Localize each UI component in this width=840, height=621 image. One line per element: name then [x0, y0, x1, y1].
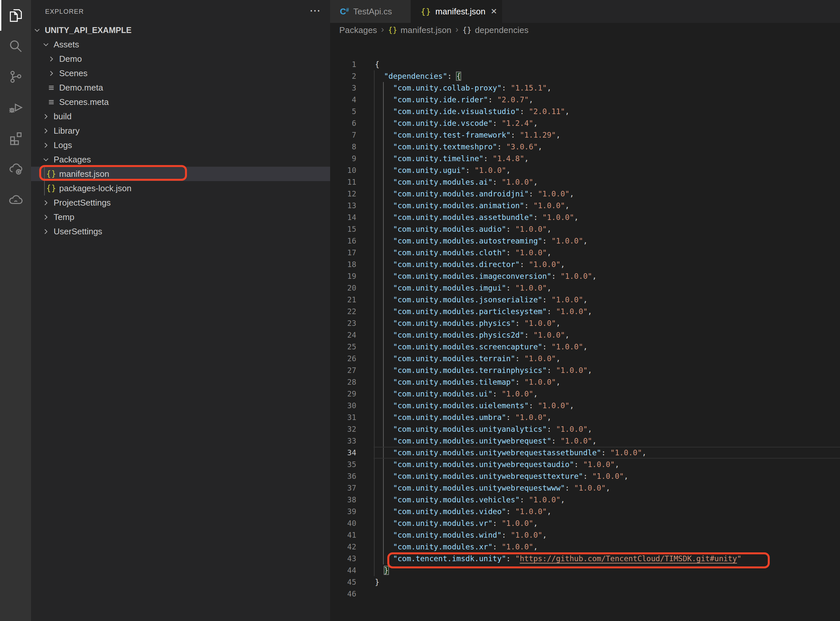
tree-item-packages[interactable]: Packages [31, 152, 330, 167]
tree-item-scenes-meta[interactable]: Scenes.meta [31, 95, 330, 109]
code-line-17[interactable]: 17 "com.unity.modules.cloth": "1.0.0", [330, 247, 840, 259]
code-line-24[interactable]: 24 "com.unity.modules.physics2d": "1.0.0… [330, 329, 840, 341]
source-control-icon[interactable] [0, 61, 31, 92]
code-line-3[interactable]: 3 "com.unity.collab-proxy": "1.15.1", [330, 82, 840, 94]
cloud-sync-icon[interactable] [0, 154, 31, 184]
line-number: 28 [330, 376, 356, 388]
line-number: 3 [330, 82, 356, 94]
code-line-38[interactable]: 38 "com.unity.modules.vehicles": "1.0.0"… [330, 494, 840, 506]
line-number: 45 [330, 576, 356, 588]
tree-item-usersettings[interactable]: UserSettings [31, 224, 330, 239]
code-line-26[interactable]: 26 "com.unity.modules.terrain": "1.0.0", [330, 353, 840, 364]
code-line-4[interactable]: 4 "com.unity.ide.rider": "2.0.7", [330, 94, 840, 106]
code-line-13[interactable]: 13 "com.unity.modules.animation": "1.0.0… [330, 200, 840, 212]
code-line-23[interactable]: 23 "com.unity.modules.physics": "1.0.0", [330, 317, 840, 329]
line-number: 39 [330, 506, 356, 517]
code-line-41[interactable]: 41 "com.unity.modules.wind": "1.0.0", [330, 529, 840, 541]
activity-bar [0, 0, 31, 621]
tree-item-temp[interactable]: Temp [31, 210, 330, 224]
annotation-box-line-43 [387, 552, 770, 568]
tree-item-label: Scenes [59, 68, 88, 79]
breadcrumb-item-manifest-json[interactable]: {}manifest.json [388, 25, 451, 35]
code-line-22[interactable]: 22 "com.unity.modules.particlesystem": "… [330, 306, 840, 317]
tree-item-library[interactable]: Library [31, 124, 330, 138]
vscode-window: EXPLORER ⋯ UNITY_API_EXAMPLEAssetsDemoSc… [0, 0, 840, 621]
code-line-5[interactable]: 5 "com.unity.ide.visualstudio": "2.0.11"… [330, 106, 840, 117]
code-line-10[interactable]: 10 "com.unity.ugui": "1.0.0", [330, 164, 840, 176]
tab-testapi-cs[interactable]: C#TestApi.cs [330, 0, 411, 23]
run-and-debug-icon[interactable] [0, 92, 31, 123]
code-line-37[interactable]: 37 "com.unity.modules.unitywebrequestwww… [330, 482, 840, 494]
tree-item-demo[interactable]: Demo [31, 51, 330, 66]
chevron-right-icon [41, 198, 51, 208]
code-line-33[interactable]: 33 "com.unity.modules.unitywebrequest": … [330, 435, 840, 447]
code-line-45[interactable]: 45} [330, 576, 840, 588]
code-line-29[interactable]: 29 "com.unity.modules.ui": "1.0.0", [330, 388, 840, 400]
code-line-11[interactable]: 11 "com.unity.modules.ai": "1.0.0", [330, 176, 840, 188]
tree-item-scenes[interactable]: Scenes [31, 66, 330, 80]
code-line-25[interactable]: 25 "com.unity.modules.screencapture": "1… [330, 341, 840, 353]
code-line-9[interactable]: 9 "com.unity.timeline": "1.4.8", [330, 153, 840, 164]
code-line-20[interactable]: 20 "com.unity.modules.imgui": "1.0.0", [330, 282, 840, 294]
code-line-18[interactable]: 18 "com.unity.modules.director": "1.0.0"… [330, 259, 840, 270]
more-actions-icon[interactable]: ⋯ [310, 5, 321, 16]
chevron-right-icon [46, 68, 56, 78]
tree-item-unity-api-example[interactable]: UNITY_API_EXAMPLE [31, 23, 330, 37]
code-line-2[interactable]: 2 "dependencies": { [330, 70, 840, 82]
code-line-21[interactable]: 21 "com.unity.modules.jsonserialize": "1… [330, 294, 840, 306]
line-number: 1 [330, 59, 356, 70]
code-line-28[interactable]: 28 "com.unity.modules.tilemap": "1.0.0", [330, 376, 840, 388]
breadcrumb-item-dependencies[interactable]: {}dependencies [463, 25, 528, 35]
code-line-34[interactable]: 34 "com.unity.modules.unitywebrequestass… [330, 447, 840, 459]
code-line-39[interactable]: 39 "com.unity.modules.video": "1.0.0", [330, 506, 840, 517]
code-line-40[interactable]: 40 "com.unity.modules.vr": "1.0.0", [330, 517, 840, 529]
explorer-icon[interactable] [0, 0, 31, 31]
breadcrumb-label: Packages [339, 25, 377, 35]
tree-item-label: Packages [54, 154, 91, 165]
code-line-12[interactable]: 12 "com.unity.modules.androidjni": "1.0.… [330, 188, 840, 200]
code-line-36[interactable]: 36 "com.unity.modules.unitywebrequesttex… [330, 470, 840, 482]
tree-item-build[interactable]: build [31, 109, 330, 124]
code-line-8[interactable]: 8 "com.unity.textmeshpro": "3.0.6", [330, 141, 840, 153]
tree-item-demo-meta[interactable]: Demo.meta [31, 80, 330, 95]
tree-item-label: Library [54, 126, 79, 136]
code-line-15[interactable]: 15 "com.unity.modules.audio": "1.0.0", [330, 223, 840, 235]
tree-item-logs[interactable]: Logs [31, 138, 330, 152]
code-line-30[interactable]: 30 "com.unity.modules.uielements": "1.0.… [330, 400, 840, 412]
code-line-42[interactable]: 42 "com.unity.modules.xr": "1.0.0", [330, 541, 840, 553]
tab-label: TestApi.cs [353, 6, 392, 17]
line-number: 6 [330, 117, 356, 129]
code-line-7[interactable]: 7 "com.unity.test-framework": "1.1.29", [330, 129, 840, 141]
code-line-16[interactable]: 16 "com.unity.modules.autostreaming": "1… [330, 235, 840, 247]
close-icon[interactable]: ✕ [490, 7, 497, 16]
code-editor[interactable]: 1{2 "dependencies": {3 "com.unity.collab… [330, 37, 840, 621]
tree-item-packages-lock-json[interactable]: {}packages-lock.json [31, 181, 330, 195]
line-number: 37 [330, 482, 356, 494]
line-number: 20 [330, 282, 356, 294]
line-number: 36 [330, 470, 356, 482]
tree-item-label: UserSettings [54, 227, 102, 236]
code-line-35[interactable]: 35 "com.unity.modules.unitywebrequestaud… [330, 459, 840, 470]
tree-item-assets[interactable]: Assets [31, 37, 330, 51]
code-line-6[interactable]: 6 "com.unity.ide.vscode": "1.2.4", [330, 117, 840, 129]
code-line-46[interactable]: 46 [330, 588, 840, 600]
line-number: 27 [330, 364, 356, 376]
code-line-1[interactable]: 1{ [330, 59, 840, 70]
code-line-32[interactable]: 32 "com.unity.modules.unityanalytics": "… [330, 423, 840, 435]
code-line-27[interactable]: 27 "com.unity.modules.terrainphysics": "… [330, 364, 840, 376]
tree-item-projectsettings[interactable]: ProjectSettings [31, 195, 330, 210]
line-number: 12 [330, 188, 356, 200]
line-number: 7 [330, 129, 356, 141]
line-number: 8 [330, 141, 356, 153]
line-number: 46 [330, 588, 356, 600]
line-number: 34 [330, 447, 356, 459]
code-line-14[interactable]: 14 "com.unity.modules.assetbundle": "1.0… [330, 212, 840, 223]
tab-manifest-json[interactable]: {}manifest.json✕ [411, 0, 502, 23]
json-file-icon: {} [421, 7, 431, 16]
code-line-31[interactable]: 31 "com.unity.modules.umbra": "1.0.0", [330, 412, 840, 423]
breadcrumb-item-packages[interactable]: Packages [339, 25, 377, 35]
cloud-icon[interactable] [0, 184, 31, 215]
extensions-icon[interactable] [0, 123, 31, 154]
code-line-19[interactable]: 19 "com.unity.modules.imageconversion": … [330, 270, 840, 282]
search-icon[interactable] [0, 31, 31, 61]
